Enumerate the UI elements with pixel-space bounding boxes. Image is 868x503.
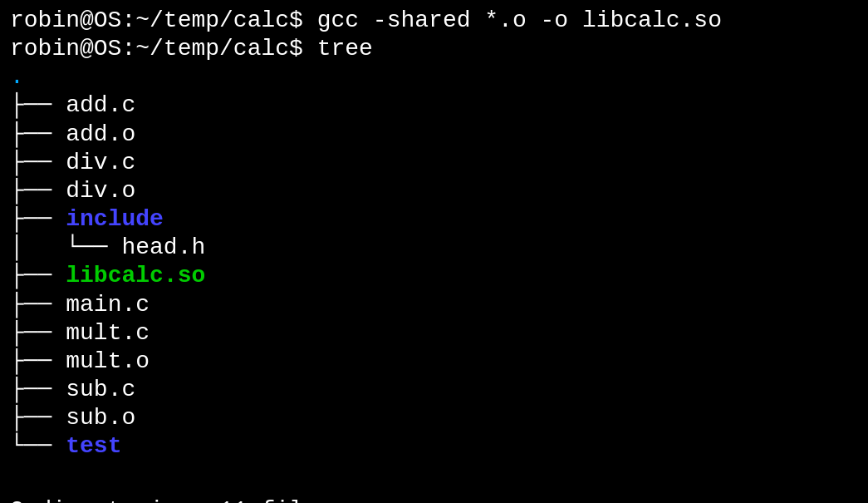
tree-line-include: ├── include <box>10 205 858 234</box>
blank-line <box>10 461 858 490</box>
branch-mult-c: ├── <box>10 320 66 346</box>
tree-root: . <box>10 63 858 91</box>
branch-libcalc: ├── <box>10 263 66 288</box>
filename-libcalc: libcalc.so <box>66 263 205 288</box>
tree-line-main-c: ├── main.c <box>10 291 858 319</box>
filename-mult-c: mult.c <box>66 320 150 346</box>
branch-div-o: ├── <box>10 178 66 204</box>
terminal: robin@OS:~/temp/calc$ gcc -shared *.o -o… <box>0 0 868 503</box>
filename-div-c: div.c <box>66 150 135 175</box>
tree-line-head-h: │ └── head.h <box>10 234 858 262</box>
summary-line: 2 directories, 11 files <box>10 496 858 503</box>
tree-line-sub-o: ├── sub.o <box>10 404 858 432</box>
tree-line-libcalc: ├── libcalc.so <box>10 262 858 290</box>
tree-line-mult-c: ├── mult.c <box>10 319 858 348</box>
tree-line-div-c: ├── div.c <box>10 149 858 177</box>
filename-add-o: add.o <box>66 121 135 147</box>
tree-line-add-o: ├── add.o <box>10 121 858 149</box>
filename-head-h: head.h <box>121 234 205 260</box>
branch-sub-o: ├── <box>10 405 66 431</box>
tree-line-add-c: ├── add.c <box>10 91 858 120</box>
filename-div-o: div.o <box>66 178 135 204</box>
tree-line-div-o: ├── div.o <box>10 177 858 205</box>
branch-head-h: │ └── <box>10 234 121 260</box>
branch-mult-o: ├── <box>10 348 66 374</box>
filename-mult-o: mult.o <box>66 348 150 374</box>
filename-sub-c: sub.c <box>66 377 135 402</box>
command-line-1: robin@OS:~/temp/calc$ gcc -shared *.o -o… <box>10 7 858 35</box>
dot-symbol: . <box>10 64 24 90</box>
tree-line-sub-c: ├── sub.c <box>10 376 858 404</box>
branch-sub-c: ├── <box>10 377 66 402</box>
filename-sub-o: sub.o <box>66 405 135 431</box>
dirname-include: include <box>66 206 164 232</box>
filename-add-c: add.c <box>66 92 135 118</box>
filename-main-c: main.c <box>66 292 150 318</box>
tree-line-test: └── test <box>10 432 858 461</box>
dirname-test: test <box>66 433 121 459</box>
branch-add-c: ├── <box>10 92 66 118</box>
branch-test: └── <box>10 433 66 459</box>
branch-main-c: ├── <box>10 292 66 318</box>
branch-div-c: ├── <box>10 150 66 175</box>
branch-add-o: ├── <box>10 121 66 147</box>
tree-line-mult-o: ├── mult.o <box>10 348 858 376</box>
branch-include: ├── <box>10 206 66 232</box>
command-line-2: robin@OS:~/temp/calc$ tree <box>10 35 858 63</box>
